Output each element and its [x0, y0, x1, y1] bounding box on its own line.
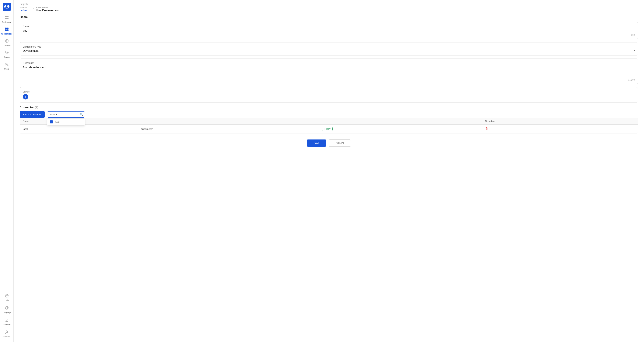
- row-name: local: [20, 125, 138, 134]
- sidebar-item-system[interactable]: System: [0, 49, 14, 60]
- name-field-card: Name* 3/30: [20, 22, 638, 39]
- sidebar-item-label-users: Users: [4, 68, 9, 70]
- sidebar-item-download[interactable]: Download: [0, 316, 14, 328]
- env-type-label: Environment Type*: [23, 45, 635, 48]
- sidebar-item-language[interactable]: Language: [0, 304, 14, 316]
- download-icon: [5, 318, 9, 323]
- connector-controls: + Add Connector local ✕ 🔍 local: [20, 111, 638, 118]
- svg-rect-10: [5, 29, 6, 31]
- sidebar: Dashboard Applications Operation: [0, 0, 14, 342]
- breadcrumb-separator: /: [33, 7, 34, 11]
- row-operation: [482, 125, 638, 134]
- labels-label: Labels: [23, 90, 635, 93]
- sidebar-item-label-language: Language: [2, 312, 11, 314]
- row-status: Ready: [319, 125, 482, 134]
- description-field-card: Description For development 15/200: [20, 58, 638, 84]
- sidebar-item-label-applications: Applications: [1, 33, 12, 35]
- col-status: [319, 118, 482, 125]
- system-icon: [5, 51, 9, 55]
- svg-rect-9: [7, 27, 8, 29]
- svg-point-3: [8, 6, 8, 6]
- col-operation: Operation: [482, 118, 638, 125]
- svg-point-2: [5, 6, 6, 6]
- connector-table-element: Name Operation local Kubernetes Ready: [20, 118, 638, 133]
- page-title: New Environment: [36, 8, 60, 12]
- basic-section-title: Basic: [20, 15, 638, 19]
- connector-search-box[interactable]: local ✕: [47, 111, 85, 118]
- svg-rect-6: [5, 18, 6, 19]
- connector-table: Name Operation local Kubernetes Ready: [20, 118, 638, 134]
- svg-point-22: [6, 331, 8, 332]
- svg-point-16: [7, 63, 8, 64]
- connector-table-header-row: Name Operation: [20, 118, 638, 125]
- cancel-button[interactable]: Cancel: [328, 140, 351, 147]
- connector-title: Connector: [20, 106, 34, 109]
- sidebar-item-users[interactable]: Users: [0, 60, 14, 72]
- environments-header: Environments: [36, 6, 60, 8]
- svg-point-13: [6, 40, 7, 41]
- col-type: [138, 118, 319, 125]
- table-row: local Kubernetes Ready: [20, 125, 638, 134]
- labels-field-card: Labels +: [20, 87, 638, 103]
- sidebar-item-dashboard[interactable]: Dashboard: [0, 13, 14, 25]
- add-connector-button[interactable]: + Add Connector: [20, 111, 45, 118]
- breadcrumb: Projects: [14, 0, 644, 5]
- description-label: Description: [23, 62, 635, 64]
- svg-point-15: [6, 63, 7, 64]
- svg-text:?: ?: [6, 295, 8, 297]
- sidebar-item-help[interactable]: ? Help: [0, 292, 14, 304]
- project-name[interactable]: default ▼: [20, 9, 31, 12]
- description-counter: 15/200: [23, 79, 635, 81]
- connector-dropdown: local: [47, 118, 85, 126]
- description-input[interactable]: For development: [23, 65, 635, 77]
- help-icon: ?: [5, 294, 9, 299]
- projects-header: Projects: [20, 6, 31, 9]
- footer-buttons: Save Cancel: [14, 140, 644, 147]
- sidebar-item-label-help: Help: [5, 299, 9, 302]
- projects-label: Projects: [20, 3, 28, 5]
- svg-rect-8: [5, 27, 6, 29]
- status-badge: Ready: [322, 127, 332, 131]
- sidebar-item-operation[interactable]: Operation: [0, 37, 14, 49]
- env-type-value: Development: [23, 49, 38, 52]
- language-icon: [5, 306, 9, 311]
- env-type-caret-icon[interactable]: ▾: [634, 49, 635, 52]
- add-label-button[interactable]: +: [23, 94, 28, 99]
- save-button[interactable]: Save: [307, 140, 326, 147]
- logo[interactable]: [2, 2, 11, 11]
- svg-rect-5: [7, 16, 8, 17]
- name-counter: 3/30: [23, 34, 635, 36]
- sidebar-item-label-download: Download: [2, 324, 11, 326]
- name-input[interactable]: [23, 29, 635, 33]
- dashboard-icon: [5, 15, 9, 20]
- account-icon: [5, 330, 9, 335]
- svg-rect-11: [7, 29, 8, 31]
- main-content: Projects Projects default ▼ / Environmen…: [14, 0, 644, 342]
- svg-rect-7: [7, 18, 8, 19]
- row-type: Kubernetes: [138, 125, 319, 134]
- sidebar-item-label-system: System: [4, 56, 10, 58]
- sidebar-item-account[interactable]: Account: [0, 328, 14, 340]
- project-dropdown-icon: ▼: [29, 9, 31, 11]
- connector-dropdown-label-local: local: [54, 121, 60, 123]
- svg-rect-4: [5, 16, 6, 17]
- connector-info-icon[interactable]: i: [35, 106, 38, 109]
- sidebar-item-label-account: Account: [3, 336, 10, 338]
- env-type-select[interactable]: Development ▾: [23, 49, 635, 52]
- connector-tag-remove[interactable]: ✕: [56, 113, 58, 116]
- applications-icon: [5, 27, 9, 32]
- connector-section-header: Connector i: [20, 106, 638, 109]
- sidebar-item-label-operation: Operation: [3, 44, 11, 47]
- operation-icon: [5, 39, 9, 44]
- sidebar-item-label-dashboard: Dashboard: [2, 21, 11, 23]
- connector-checkbox-local[interactable]: [50, 120, 53, 123]
- delete-connector-button[interactable]: [485, 128, 488, 131]
- users-icon: [5, 62, 9, 67]
- connector-dropdown-item-local[interactable]: local: [47, 119, 85, 125]
- connector-search-tag: local ✕: [50, 113, 58, 116]
- env-type-field-card[interactable]: Environment Type* Development ▾: [20, 42, 638, 55]
- sidebar-item-applications[interactable]: Applications: [0, 25, 14, 37]
- svg-point-14: [6, 52, 7, 53]
- name-label: Name*: [23, 25, 635, 28]
- connector-search-wrapper: local ✕ 🔍 local: [47, 111, 85, 118]
